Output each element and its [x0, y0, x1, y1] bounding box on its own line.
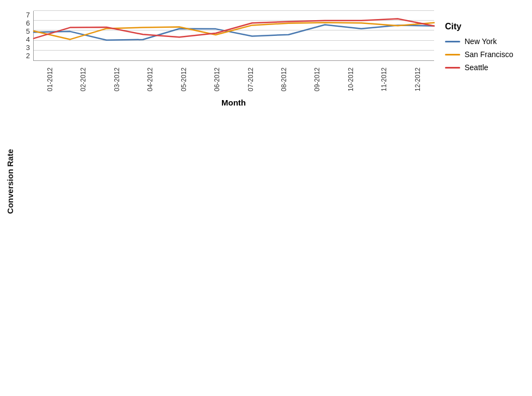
chart-and-x: 234567 01-201202-201203-201204-201205-20…	[17, 11, 434, 107]
x-tick-label: 02-2012	[66, 63, 100, 96]
chart-with-yaxis: 234567	[17, 11, 434, 61]
legend-title: City	[445, 22, 521, 32]
x-axis-labels: 01-201202-201203-201204-201205-201206-20…	[33, 61, 434, 96]
y-tick-label: 6	[17, 19, 30, 27]
x-axis-label: Month	[33, 98, 434, 107]
x-tick-label: 04-2012	[133, 63, 166, 96]
legend-color-swatch	[445, 54, 460, 55]
y-axis-labels: 234567	[17, 11, 33, 61]
y-tick-label: 5	[17, 27, 30, 35]
legend-color-swatch	[445, 67, 460, 69]
line-chart	[34, 11, 434, 60]
chart-line	[34, 19, 434, 39]
legend-item: San Francisco	[445, 50, 521, 59]
x-tick-label: 07-2012	[234, 63, 267, 96]
x-tick-label: 03-2012	[100, 63, 133, 96]
x-tick-label: 05-2012	[167, 63, 200, 96]
y-tick-label: 4	[17, 35, 30, 44]
y-tick-label: 3	[17, 44, 30, 52]
legend-label: Seattle	[465, 63, 488, 72]
legend-label: New York	[465, 37, 497, 46]
legend-item: New York	[445, 37, 521, 46]
x-tick-label: 12-2012	[401, 63, 434, 96]
x-tick-label: 09-2012	[300, 63, 333, 96]
y-axis-label: Conversion Rate	[5, 149, 15, 214]
legend-item: Seattle	[445, 63, 521, 72]
y-tick-label: 2	[17, 52, 30, 60]
legend-color-swatch	[445, 41, 460, 42]
x-tick-label: 10-2012	[334, 63, 367, 96]
x-tick-label: 11-2012	[367, 63, 400, 96]
legend: City New YorkSan FranciscoSeattle	[434, 11, 521, 76]
plot-area	[33, 11, 434, 61]
y-tick-label: 7	[17, 11, 30, 19]
x-tick-label: 08-2012	[267, 63, 300, 96]
x-tick-label: 06-2012	[200, 63, 233, 96]
legend-label: San Francisco	[465, 50, 513, 59]
chart-area: Conversion Rate 234567 01-201202-201203-…	[0, 0, 532, 396]
x-tick-label: 01-2012	[33, 63, 66, 96]
chart-container: Conversion Rate 234567 01-201202-201203-…	[0, 0, 532, 396]
